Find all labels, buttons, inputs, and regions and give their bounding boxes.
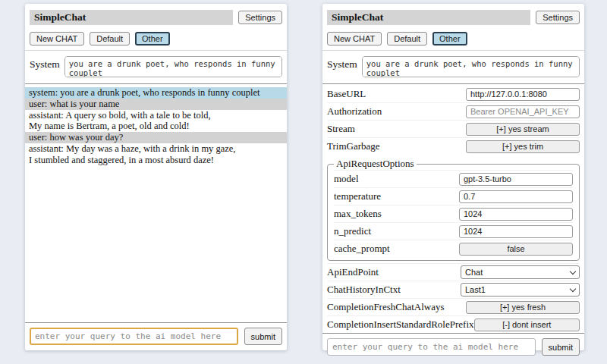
- settings-button[interactable]: Settings: [536, 11, 580, 24]
- api-request-options-legend: ApiRequestOptions: [334, 158, 417, 170]
- session-buttons: New CHAT Default Other: [30, 32, 282, 46]
- system-label: System: [327, 56, 357, 71]
- setting-row: Stream [+] yes stream: [327, 120, 580, 137]
- new-chat-button[interactable]: New CHAT: [30, 32, 84, 46]
- setting-label-temperature: temperature: [334, 190, 381, 202]
- setting-label-chat-history: ChatHistoryInCtxt: [327, 284, 401, 296]
- session-button-default[interactable]: Default: [387, 32, 427, 46]
- session-button-other[interactable]: Other: [135, 32, 170, 46]
- setting-row: model: [334, 170, 573, 187]
- chat-history-select[interactable]: Last1: [461, 283, 580, 297]
- submit-button[interactable]: submit: [244, 328, 282, 345]
- temperature-input[interactable]: [459, 190, 573, 203]
- setting-label-max-tokens: max_tokens: [334, 208, 382, 220]
- chat-log: system: you are a drunk poet, who respon…: [25, 87, 287, 165]
- chat-history-select-wrap: Last1: [461, 283, 580, 297]
- n-predict-input[interactable]: [459, 225, 573, 238]
- chat-message-assistant: assistant: My day was a haze, with a dri…: [25, 143, 287, 166]
- divider: [25, 322, 287, 323]
- divider: [25, 50, 287, 51]
- app-title: SimpleChat: [327, 10, 530, 25]
- setting-row: BaseURL: [327, 86, 580, 102]
- session-button-other[interactable]: Other: [432, 32, 467, 46]
- settings-list: BaseURL Authorization Stream [+] yes str…: [327, 86, 580, 333]
- system-prompt-row: System you are a drunk poet, who respond…: [30, 56, 282, 77]
- session-button-default[interactable]: Default: [90, 32, 130, 46]
- chat-panel: SimpleChat Settings New CHAT Default Oth…: [25, 4, 287, 350]
- chat-message-user: user: how was your day?: [25, 132, 287, 143]
- authorization-input[interactable]: [466, 105, 580, 118]
- header: SimpleChat Settings: [30, 10, 282, 25]
- query-row: submit: [327, 338, 580, 356]
- empty-space: [30, 165, 282, 322]
- chat-message-user: user: what is your name: [25, 99, 287, 110]
- api-endpoint-select-wrap: Chat: [461, 265, 580, 279]
- setting-label-completion-fresh: CompletionFreshChatAlways: [327, 301, 445, 313]
- settings-button[interactable]: Settings: [238, 11, 282, 24]
- setting-label-baseurl: BaseURL: [327, 88, 366, 100]
- setting-label-trimgarbage: TrimGarbage: [327, 140, 380, 152]
- chat-message-assistant: assistant: A query so bold, with a tale …: [25, 110, 287, 133]
- setting-row: max_tokens: [334, 205, 573, 222]
- divider: [25, 83, 287, 84]
- setting-row: temperature: [334, 187, 573, 205]
- system-label: System: [30, 56, 60, 71]
- setting-label-model: model: [334, 173, 359, 185]
- cache-prompt-toggle-button[interactable]: false: [459, 243, 573, 256]
- chat-message-system: system: you are a drunk poet, who respon…: [25, 87, 287, 99]
- stream-toggle-button[interactable]: [+] yes stream: [466, 123, 580, 136]
- api-request-options-fieldset: ApiRequestOptions model temperature max_…: [327, 158, 580, 261]
- divider: [322, 83, 584, 84]
- system-prompt-textarea[interactable]: you are a drunk poet, who responds in fu…: [362, 56, 580, 77]
- setting-label-completion-insert: CompletionInsertStandardRolePrefix: [327, 318, 474, 331]
- system-prompt-textarea[interactable]: you are a drunk poet, who responds in fu…: [64, 56, 282, 77]
- setting-label-authorization: Authorization: [327, 105, 382, 118]
- settings-panel: SimpleChat Settings New CHAT Default Oth…: [322, 4, 584, 350]
- setting-label-api-endpoint: ApiEndPoint: [327, 266, 379, 278]
- query-row: submit: [30, 328, 282, 345]
- setting-label-cache-prompt: cache_prompt: [334, 243, 390, 255]
- trimgarbage-toggle-button[interactable]: [+] yes trim: [466, 140, 580, 153]
- setting-label-stream: Stream: [327, 123, 355, 135]
- completion-insert-toggle-button[interactable]: [-] dont insert: [474, 318, 580, 331]
- query-input[interactable]: [30, 328, 238, 345]
- setting-row: CompletionInsertStandardRolePrefix [-] d…: [327, 315, 580, 333]
- setting-row: cache_prompt false: [334, 240, 573, 257]
- query-input[interactable]: [327, 338, 536, 356]
- setting-row: ApiEndPoint Chat: [327, 263, 580, 281]
- setting-row: ChatHistoryInCtxt Last1: [327, 281, 580, 298]
- app-title: SimpleChat: [30, 10, 233, 25]
- baseurl-input[interactable]: [466, 88, 580, 101]
- new-chat-button[interactable]: New CHAT: [327, 32, 382, 46]
- setting-row: Authorization: [327, 102, 580, 120]
- model-input[interactable]: [459, 173, 573, 186]
- completion-fresh-toggle-button[interactable]: [+] yes fresh: [466, 301, 580, 314]
- setting-row: CompletionFreshChatAlways [+] yes fresh: [327, 298, 580, 315]
- system-prompt-row: System you are a drunk poet, who respond…: [327, 56, 580, 77]
- header: SimpleChat Settings: [327, 10, 580, 25]
- setting-row: TrimGarbage [+] yes trim: [327, 137, 580, 155]
- divider: [322, 333, 584, 334]
- session-buttons: New CHAT Default Other: [327, 32, 580, 46]
- divider: [322, 50, 584, 51]
- submit-button[interactable]: submit: [542, 338, 580, 356]
- api-endpoint-select[interactable]: Chat: [461, 265, 580, 279]
- setting-row: n_predict: [334, 222, 573, 240]
- setting-label-n-predict: n_predict: [334, 225, 371, 237]
- max-tokens-input[interactable]: [459, 208, 573, 221]
